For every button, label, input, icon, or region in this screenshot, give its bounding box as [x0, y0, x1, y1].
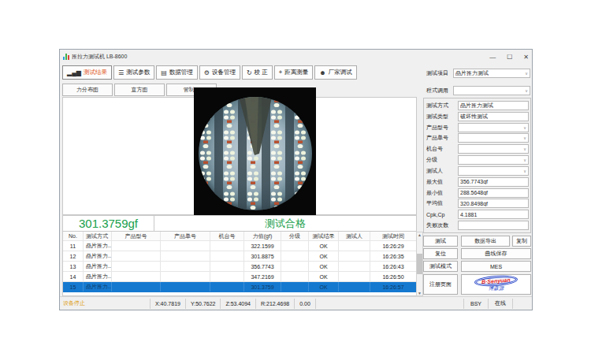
field-input[interactable]: ∨	[458, 166, 529, 176]
field-label: 最小值	[426, 189, 458, 197]
table-cell	[210, 272, 244, 281]
field-input[interactable]: ∨	[458, 123, 529, 132]
table-row[interactable]: 13晶片推力...356.7743OK16:26:43	[63, 262, 416, 272]
bar-chart-icon: ▂▄▆	[67, 69, 81, 76]
microscope-image	[194, 87, 316, 215]
table-cell	[112, 241, 161, 251]
field-row: Cpk,Cp 4.1881	[426, 210, 529, 219]
close-button[interactable]: ✕	[523, 54, 529, 61]
chevron-down-icon: ∨	[523, 125, 526, 130]
toolbar-button[interactable]: ▤ 数据管理	[156, 65, 198, 80]
minimize-button[interactable]: —	[489, 54, 496, 61]
field-input[interactable]: ∨	[458, 133, 529, 143]
table-cell: 11	[63, 241, 84, 251]
online-indicator: 在线	[489, 299, 513, 309]
scroll-up-icon[interactable]: ▲	[418, 232, 422, 237]
column-header: 测试结果	[309, 232, 339, 240]
toolbar-button-label: 设备管理	[212, 69, 236, 76]
program-call-label: 程式调用	[426, 87, 453, 95]
table-cell: 14	[63, 272, 84, 281]
table-cell: OK	[309, 251, 339, 261]
busy-indicator: BSY	[463, 299, 489, 309]
curve-save-button[interactable]: 曲线保存	[461, 248, 531, 259]
test-item-value: 晶片推力测试	[455, 69, 523, 77]
register-page-button[interactable]: 注册页面	[423, 274, 458, 295]
reset-button[interactable]: 复位	[423, 248, 458, 259]
table-cell	[281, 251, 309, 261]
program-call-select[interactable]: ∨	[453, 86, 530, 95]
field-input[interactable]: ∨	[458, 144, 529, 154]
copy-button[interactable]: 复制	[512, 236, 531, 247]
table-cell: 301.8875	[244, 251, 281, 261]
table-cell	[281, 282, 309, 292]
app-window: 推拉力测试机 LB-8600 — ☐ ✕ ▂▄▆ 测试结果 ☰ 测试参数 ▤ 数…	[59, 49, 533, 310]
table-row[interactable]: 15晶片推力...301.3759OK16:26:57	[63, 282, 416, 292]
table-row[interactable]: 14晶片推力...347.2169OK16:26:50	[63, 272, 416, 282]
table-cell: 15	[63, 282, 84, 292]
coordinate-readout: X:40.7819 Y:50.7622 Z:53.4094 R:212.4698…	[150, 299, 316, 309]
scroll-down-icon[interactable]: ▼	[418, 291, 422, 295]
field-value: 288.5648gf	[460, 190, 525, 195]
field-label: 产品单号	[426, 134, 458, 142]
chevron-down-icon: ∨	[525, 71, 528, 76]
chevron-down-icon: ∨	[523, 158, 526, 162]
calibrate-icon: ↻	[247, 69, 252, 76]
table-cell	[281, 272, 309, 281]
toolbar-button[interactable]: ⌖ 距离测量	[274, 65, 314, 80]
table-row[interactable]: 11晶片推力...322.1599OK16:26:29	[63, 241, 416, 251]
sliders-icon: ☰	[118, 69, 124, 76]
window-title: 推拉力测试机 LB-8600	[72, 53, 127, 61]
field-input[interactable]: 288.5648gf	[458, 188, 529, 198]
field-row: 机台号 ∨	[426, 144, 529, 154]
field-input[interactable]: 320.8498gf	[458, 199, 529, 208]
column-header: 力值(gf)	[244, 232, 281, 240]
field-input[interactable]	[458, 221, 529, 230]
table-cell: 16:26:50	[370, 272, 416, 281]
program-call-row: 程式调用 ∨	[426, 85, 530, 95]
chevron-down-icon: ∨	[525, 88, 528, 93]
window-controls: — ☐ ✕	[489, 50, 529, 64]
title-bar: 推拉力测试机 LB-8600 — ☐ ✕	[60, 50, 532, 64]
coordinate-value: 0.00	[294, 299, 316, 309]
force-value: 301.3759gf	[63, 216, 154, 231]
column-header: 测试方式	[84, 232, 112, 240]
field-input[interactable]: 晶片推力测试	[458, 101, 529, 110]
field-row: 产品单号 ∨	[426, 133, 529, 143]
chart-tab[interactable]: 直方图	[114, 84, 165, 96]
table-cell	[339, 282, 370, 292]
test-verdict: 测试合格	[154, 216, 416, 231]
test-mode-button[interactable]: 测试模式	[423, 261, 458, 272]
field-input[interactable]: 破坏性测试	[458, 112, 529, 121]
data-export-button[interactable]: 数据导出	[461, 236, 510, 247]
status-bar: 设备停止 X:40.7819 Y:50.7622 Z:53.4094 R:212…	[60, 296, 532, 310]
maximize-button[interactable]: ☐	[507, 54, 512, 61]
toolbar-button-label: 测试参数	[126, 69, 150, 76]
mes-button[interactable]: MES	[461, 261, 531, 272]
toolbar-button[interactable]: ⚙ 设备管理	[199, 65, 240, 80]
table-cell: 16:26:29	[370, 241, 416, 251]
field-input[interactable]: ∨	[458, 155, 529, 165]
toolbar-button-label: 数据管理	[169, 69, 193, 76]
table-row[interactable]: 12晶片推力...301.8875OK16:26:35	[63, 251, 416, 262]
toolbar-button[interactable]: ▂▄▆ 测试结果	[62, 65, 112, 80]
chart-tab[interactable]: 力分布图	[62, 84, 113, 96]
column-header: 产品型号	[112, 232, 161, 240]
device-status: 设备停止	[63, 299, 150, 307]
table-cell	[161, 272, 210, 281]
field-row: 产品型号 ∨	[426, 123, 529, 132]
toolbar-button[interactable]: ☻ 厂家调试	[314, 65, 356, 80]
field-label: 最大值	[426, 178, 458, 186]
table-header-row: No.测试方式产品型号产品单号机台号力值(gf)分级测试结果测试人测试时间	[63, 232, 416, 241]
field-value: 4.1881	[460, 212, 525, 217]
table-scrollbar[interactable]: ▲ ▼	[416, 232, 423, 296]
test-button[interactable]: 测试	[423, 236, 458, 247]
field-input[interactable]: 4.1881	[458, 210, 529, 219]
scrollbar-thumb[interactable]	[417, 254, 422, 274]
field-row: 分级 ∨	[426, 155, 529, 165]
toolbar-button[interactable]: ↻ 校 正	[242, 65, 273, 80]
test-item-select[interactable]: 晶片推力测试 ∨	[453, 69, 530, 78]
toolbar-button[interactable]: ☰ 测试参数	[113, 65, 154, 80]
field-input[interactable]: 356.7743gf	[458, 177, 529, 187]
field-value: 356.7743gf	[460, 179, 525, 184]
chart-tab-label: 直方图	[132, 86, 148, 94]
